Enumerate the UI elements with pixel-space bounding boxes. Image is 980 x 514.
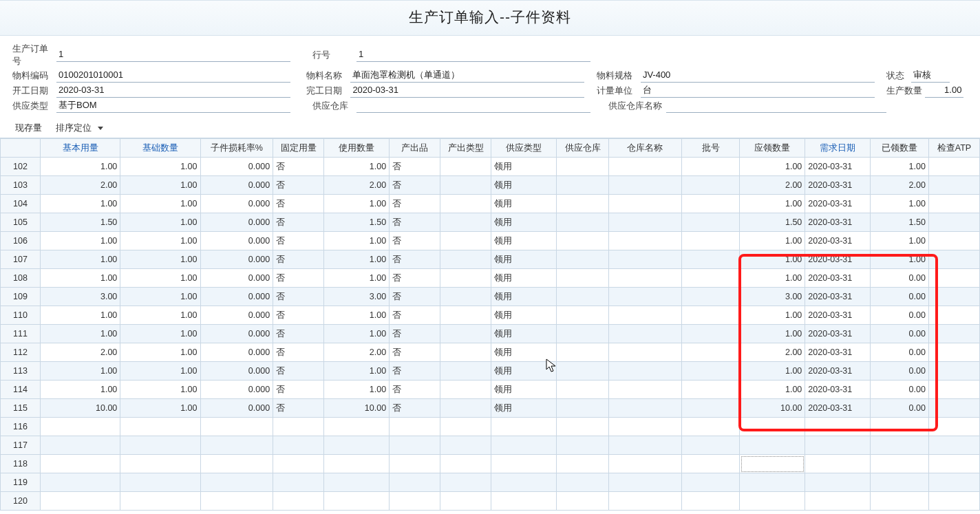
cell[interactable]: 1.00: [120, 399, 200, 418]
cell[interactable]: 领用: [491, 399, 557, 418]
cell[interactable]: 否: [273, 269, 324, 288]
cell[interactable]: 112: [1, 343, 41, 362]
cell[interactable]: 1.00: [120, 362, 200, 381]
cell[interactable]: [928, 343, 979, 362]
cell[interactable]: [928, 362, 979, 381]
cell[interactable]: [681, 213, 740, 232]
cell[interactable]: 否: [390, 399, 440, 418]
table-row[interactable]: 1032.001.000.000否2.00否领用2.002020-03-312.…: [1, 176, 980, 195]
cell[interactable]: [805, 473, 871, 492]
table-row[interactable]: 1101.001.000.000否1.00否领用1.002020-03-310.…: [1, 306, 980, 325]
cell[interactable]: 0.000: [200, 325, 273, 343]
cell[interactable]: 109: [1, 288, 41, 306]
cell[interactable]: [557, 288, 609, 306]
cell[interactable]: 0.000: [200, 158, 273, 176]
cell[interactable]: 2.00: [41, 343, 120, 362]
cell[interactable]: [557, 492, 609, 511]
cell[interactable]: 3.00: [740, 288, 805, 306]
cell[interactable]: 116: [1, 418, 41, 436]
cell[interactable]: 否: [390, 343, 440, 362]
cell[interactable]: [557, 418, 609, 436]
cell[interactable]: [440, 381, 491, 399]
col-header-11[interactable]: 批号: [681, 139, 740, 158]
cell[interactable]: 1.00: [41, 158, 120, 176]
cell[interactable]: 否: [273, 158, 324, 176]
cell[interactable]: 1.00: [324, 362, 390, 381]
cell[interactable]: [609, 492, 682, 511]
cell[interactable]: [609, 343, 682, 362]
cell[interactable]: [200, 436, 273, 455]
cell[interactable]: 118: [1, 455, 41, 473]
cell[interactable]: 1.00: [120, 158, 200, 176]
cell[interactable]: [440, 455, 491, 473]
cell[interactable]: 2020-03-31: [805, 381, 871, 399]
cell[interactable]: 1.00: [740, 269, 805, 288]
cell[interactable]: [928, 250, 979, 269]
col-header-13[interactable]: 需求日期: [805, 139, 871, 158]
table-row[interactable]: 116: [1, 418, 980, 436]
cell[interactable]: [390, 455, 440, 473]
cell[interactable]: [557, 306, 609, 325]
table-row[interactable]: 1021.001.000.000否1.00否领用1.002020-03-311.…: [1, 158, 980, 176]
cell[interactable]: [928, 492, 979, 511]
cell[interactable]: [928, 195, 979, 213]
col-header-1[interactable]: 基本用量: [41, 139, 120, 158]
cell[interactable]: [557, 399, 609, 418]
cell[interactable]: 2020-03-31: [805, 343, 871, 362]
cell[interactable]: [681, 362, 740, 381]
cell[interactable]: 1.00: [120, 213, 200, 232]
cell[interactable]: [805, 492, 871, 511]
cell[interactable]: [740, 436, 805, 455]
cell[interactable]: [928, 381, 979, 399]
cell[interactable]: 否: [390, 250, 440, 269]
cell[interactable]: 117: [1, 436, 41, 455]
cell[interactable]: [740, 455, 805, 473]
cell[interactable]: [273, 473, 324, 492]
cell[interactable]: [681, 176, 740, 195]
cell[interactable]: [609, 250, 682, 269]
cell[interactable]: 105: [1, 213, 41, 232]
cell[interactable]: [324, 436, 390, 455]
cell[interactable]: [740, 492, 805, 511]
cell[interactable]: [609, 213, 682, 232]
cell[interactable]: 0.000: [200, 250, 273, 269]
cell[interactable]: [273, 418, 324, 436]
cell[interactable]: [440, 473, 491, 492]
cell[interactable]: [440, 176, 491, 195]
cell[interactable]: [390, 436, 440, 455]
cell[interactable]: [491, 436, 557, 455]
cell[interactable]: 2.00: [324, 343, 390, 362]
cell[interactable]: [681, 306, 740, 325]
cell[interactable]: [609, 288, 682, 306]
table-row[interactable]: 1131.001.000.000否1.00否领用1.002020-03-310.…: [1, 362, 980, 381]
table-row[interactable]: 1051.501.000.000否1.50否领用1.502020-03-311.…: [1, 213, 980, 232]
cell[interactable]: 否: [273, 288, 324, 306]
cell[interactable]: [609, 473, 682, 492]
table-row[interactable]: 118: [1, 455, 980, 473]
cell[interactable]: [390, 492, 440, 511]
cell[interactable]: 1.00: [871, 158, 929, 176]
cell[interactable]: 否: [390, 176, 440, 195]
col-header-4[interactable]: 固定用量: [273, 139, 324, 158]
table-row[interactable]: 1071.001.000.000否1.00否领用1.002020-03-311.…: [1, 250, 980, 269]
cell[interactable]: [928, 158, 979, 176]
cell[interactable]: [681, 343, 740, 362]
cell[interactable]: [440, 306, 491, 325]
cell[interactable]: [609, 362, 682, 381]
cell[interactable]: 否: [273, 195, 324, 213]
cell[interactable]: 否: [273, 232, 324, 250]
cell[interactable]: [491, 418, 557, 436]
cell[interactable]: 领用: [491, 381, 557, 399]
cell[interactable]: 否: [390, 195, 440, 213]
col-header-2[interactable]: 基础数量: [120, 139, 200, 158]
field-prod-qty[interactable]: 1.00: [925, 84, 963, 98]
cell[interactable]: 否: [273, 250, 324, 269]
cell[interactable]: 否: [273, 381, 324, 399]
cell[interactable]: 1.00: [324, 195, 390, 213]
cell[interactable]: 1.00: [871, 232, 929, 250]
col-header-9[interactable]: 供应仓库: [557, 139, 609, 158]
cell[interactable]: [440, 269, 491, 288]
table-row[interactable]: 1141.001.000.000否1.00否领用1.002020-03-310.…: [1, 381, 980, 399]
cell[interactable]: 10.00: [41, 399, 120, 418]
cell[interactable]: 领用: [491, 306, 557, 325]
